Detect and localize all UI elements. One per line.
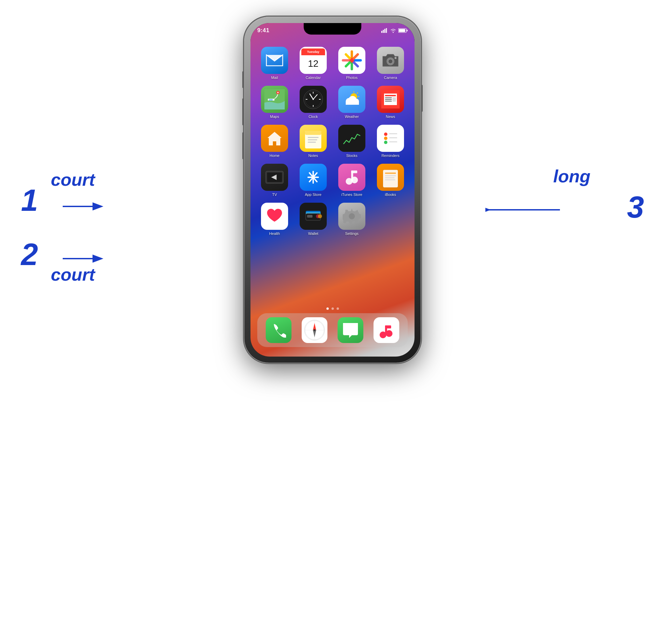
- app-appstore[interactable]: App Store: [296, 164, 330, 196]
- svg-point-77: [349, 213, 355, 219]
- svg-rect-54: [389, 137, 397, 138]
- app-stocks-label: Stocks: [346, 154, 357, 158]
- svg-rect-64: [385, 172, 396, 174]
- svg-rect-8: [407, 30, 408, 32]
- svg-rect-41: [385, 101, 392, 102]
- notes-icon-svg: [303, 128, 323, 149]
- reminders-icon-svg: [380, 128, 401, 149]
- svg-rect-3: [381, 31, 382, 33]
- arrow-2: [63, 253, 103, 264]
- mail-icon-svg: [266, 54, 283, 67]
- notch: [304, 23, 361, 35]
- app-home-label: Home: [269, 154, 279, 158]
- svg-point-19: [277, 92, 279, 93]
- svg-rect-61: [351, 170, 357, 173]
- health-icon-svg: [264, 206, 285, 226]
- signal-icon: [381, 28, 388, 33]
- app-maps-label: Maps: [270, 115, 279, 119]
- annotation-long: long: [553, 166, 590, 186]
- app-maps[interactable]: 280 Maps: [257, 86, 292, 119]
- app-health[interactable]: Health: [257, 203, 292, 235]
- news-icon-svg: [381, 90, 400, 109]
- app-photos-label: Photos: [346, 76, 358, 80]
- app-ibooks-label: iBooks: [385, 192, 396, 196]
- app-camera-label: Camera: [384, 76, 397, 80]
- svg-rect-39: [385, 97, 392, 98]
- app-grid: Mail Tuesday 12 Calendar: [250, 43, 415, 239]
- app-calendar-label: Calendar: [306, 76, 321, 80]
- app-health-label: Health: [269, 231, 280, 235]
- svg-rect-66: [385, 177, 395, 178]
- phone-screen: 9:41: [250, 23, 415, 357]
- app-itunes-label: iTunes Store: [341, 192, 362, 196]
- dock-app-phone[interactable]: [266, 317, 291, 343]
- app-tv[interactable]: TV: [257, 164, 292, 196]
- calendar-icon-inner: Tuesday 12: [301, 49, 325, 72]
- app-ibooks[interactable]: iBooks: [373, 164, 408, 196]
- app-news[interactable]: News: [373, 86, 408, 119]
- dock-app-music[interactable]: [374, 317, 399, 343]
- app-appstore-label: App Store: [305, 192, 322, 196]
- dock-app-safari[interactable]: [302, 317, 327, 343]
- svg-rect-55: [389, 141, 397, 143]
- page-dot-3: [337, 307, 339, 310]
- stocks-icon-svg: [342, 128, 362, 149]
- svg-rect-38: [385, 95, 396, 96]
- svg-rect-53: [389, 133, 397, 134]
- app-weather[interactable]: Weather: [335, 86, 369, 119]
- svg-point-75: [318, 214, 322, 218]
- svg-line-31: [357, 93, 358, 94]
- app-tv-label: TV: [272, 192, 277, 196]
- app-home[interactable]: Home: [257, 125, 292, 158]
- app-settings-label: Settings: [345, 231, 359, 235]
- svg-rect-47: [308, 142, 316, 143]
- camera-icon-svg: [381, 53, 400, 68]
- app-clock-label: Clock: [308, 115, 318, 119]
- svg-rect-62: [383, 170, 398, 187]
- wifi-icon: [390, 28, 396, 33]
- app-mail[interactable]: Mail: [257, 47, 292, 80]
- svg-rect-44: [305, 131, 321, 135]
- app-itunes[interactable]: iTunes Store: [335, 164, 369, 196]
- app-weather-label: Weather: [345, 115, 359, 119]
- power-button[interactable]: [421, 85, 423, 112]
- status-icons: [381, 28, 408, 33]
- app-clock[interactable]: Clock: [296, 86, 330, 119]
- phone-shell: 9:41: [244, 17, 421, 363]
- app-calendar[interactable]: Tuesday 12 Calendar: [296, 47, 330, 80]
- svg-point-14: [395, 57, 397, 59]
- svg-point-52: [384, 141, 387, 144]
- svg-rect-88: [385, 325, 391, 328]
- app-reminders[interactable]: Reminders: [373, 125, 408, 158]
- app-news-label: News: [386, 115, 395, 119]
- annotation-number-1: 1: [21, 183, 38, 218]
- svg-rect-4: [383, 30, 384, 33]
- svg-rect-65: [385, 175, 396, 176]
- svg-rect-42: [393, 97, 396, 102]
- status-time: 9:41: [257, 27, 269, 34]
- app-notes-label: Notes: [308, 154, 318, 158]
- annotation-number-2: 2: [21, 237, 38, 272]
- dock-app-messages[interactable]: [338, 317, 363, 343]
- arrow-1: [63, 201, 103, 211]
- svg-rect-40: [385, 99, 392, 100]
- app-settings[interactable]: Settings: [335, 203, 369, 235]
- app-stocks[interactable]: Stocks: [335, 125, 369, 158]
- wallet-icon-svg: [303, 206, 323, 226]
- itunes-icon-svg: [342, 167, 362, 187]
- svg-rect-36: [346, 101, 359, 105]
- app-mail-label: Mail: [271, 76, 278, 80]
- svg-rect-46: [308, 139, 317, 140]
- tv-icon-svg: [264, 167, 285, 187]
- svg-point-50: [384, 133, 387, 136]
- svg-rect-6: [386, 28, 387, 33]
- settings-icon-svg: [343, 207, 361, 225]
- app-wallet-label: Wallet: [308, 231, 318, 235]
- dock-music-icon: [378, 321, 395, 339]
- annotation-number-3: 3: [627, 190, 644, 225]
- app-camera[interactable]: Camera: [373, 47, 408, 80]
- app-photos[interactable]: Photos: [335, 47, 369, 80]
- svg-rect-73: [307, 215, 312, 217]
- app-notes[interactable]: Notes: [296, 125, 330, 158]
- app-wallet[interactable]: Wallet: [296, 203, 330, 235]
